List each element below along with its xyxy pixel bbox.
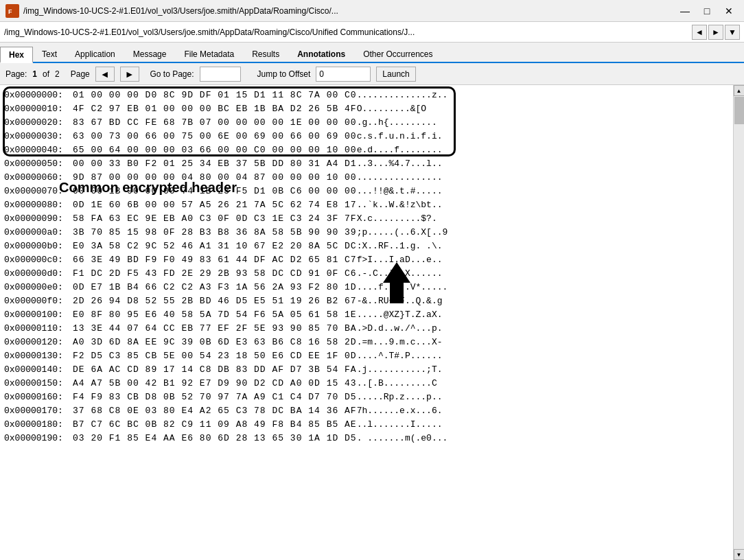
tab-annotations[interactable]: Annotations bbox=[288, 45, 354, 62]
hex-ascii: :X..RF..1.g. .\. bbox=[357, 241, 494, 251]
hex-addr: 0x00000010: bbox=[4, 104, 73, 114]
jump-input[interactable] bbox=[316, 67, 371, 82]
hex-ascii: .g..h{......... bbox=[357, 117, 494, 128]
hex-row: 0x00000030:63 00 73 00 66 00 75 00 6E 00… bbox=[0, 129, 733, 143]
hex-bytes: E0 3A 58 C2 9C 52 46 A1 31 10 67 E2 20 8… bbox=[73, 241, 357, 251]
hex-row: 0x00000120:A0 3D 6D 8A EE 9C 39 0B 6D E3… bbox=[0, 335, 733, 349]
hex-addr: 0x000000d0: bbox=[4, 268, 73, 279]
nav-fwd-button[interactable]: ► bbox=[708, 25, 723, 40]
hex-row: 0x000000e0:0D E7 1B B4 66 C2 C2 A3 F3 1A… bbox=[0, 280, 733, 294]
title-bar: F /img_Windows-10-UCS-2-#1.E01/vol_vol3/… bbox=[0, 0, 744, 22]
address-bar: /img_Windows-10-UCS-2-#1.E01/vol_vol3/Us… bbox=[0, 22, 744, 43]
hex-ascii: ..............z.. bbox=[357, 90, 494, 100]
scroll-up-button[interactable]: ▲ bbox=[734, 85, 745, 96]
hex-row: 0x00000150:A4 A7 5B 00 42 B1 92 E7 D9 90… bbox=[0, 376, 733, 390]
nav-back-button[interactable]: ◄ bbox=[692, 25, 707, 40]
hex-row: 0x00000180:B7 C7 6C BC 0B 82 C9 11 09 A8… bbox=[0, 417, 733, 431]
page-nav-label: Page bbox=[71, 69, 90, 79]
hex-bytes: F1 DC 2D F5 43 FD 2E 29 2B 93 58 DC CD 9… bbox=[73, 268, 357, 279]
hex-row: 0x00000040:65 00 64 00 00 00 03 66 00 00… bbox=[0, 143, 733, 156]
hex-bytes: 63 00 73 00 66 00 75 00 6E 00 69 00 66 0… bbox=[73, 131, 357, 141]
hex-row: 0x00000160:F4 F9 83 CB D8 0B 52 70 97 7A… bbox=[0, 390, 733, 404]
hex-row: 0x00000090:58 FA 63 EC 9E EB A0 C3 0F 0D… bbox=[0, 211, 733, 225]
hex-rows-container: 0x00000000:01 00 00 00 D0 8C 9D DF 01 15… bbox=[0, 88, 733, 445]
hex-row: 0x00000170:37 68 C8 0E 03 80 E4 A2 65 C3… bbox=[0, 404, 733, 417]
tab-text[interactable]: Text bbox=[33, 45, 66, 62]
hex-ascii: ....^.T#.P...... bbox=[357, 351, 494, 361]
content-area: Common encrypted header 0x00000000:01 00… bbox=[0, 85, 744, 560]
app-icon: F bbox=[5, 4, 19, 18]
hex-ascii: ..[.B.........C bbox=[357, 378, 494, 388]
hex-ascii: e.d....f........ bbox=[357, 145, 494, 155]
hex-bytes: A4 A7 5B 00 42 B1 92 E7 D9 90 D2 CD A0 0… bbox=[73, 378, 357, 388]
tab-otheroccurrences[interactable]: Other Occurrences bbox=[354, 45, 441, 62]
hex-bytes: 0D 1E 60 6B 00 00 57 A5 26 21 7A 5C 62 7… bbox=[73, 200, 357, 210]
hex-addr: 0x000000a0: bbox=[4, 227, 73, 237]
hex-row: 0x000000a0:3B 70 85 15 98 0F 28 B3 B8 36… bbox=[0, 225, 733, 239]
hex-row: 0x00000100:E0 8F 80 95 E6 40 58 5A 7D 54… bbox=[0, 307, 733, 321]
hex-ascii: .-.C..)+.X...... bbox=[357, 268, 494, 279]
hex-row: 0x00000050:00 00 33 B0 F2 01 25 34 EB 37… bbox=[0, 156, 733, 170]
hex-ascii: O.........&[O bbox=[357, 104, 494, 114]
hex-bytes: 3B 70 85 15 98 0F 28 B3 B8 36 8A 58 5B 9… bbox=[73, 227, 357, 237]
hex-ascii: .>D.d..w./^...p. bbox=[357, 323, 494, 334]
hex-addr: 0x00000040: bbox=[4, 145, 73, 155]
hex-row: 0x000000d0:F1 DC 2D F5 43 FD 2E 29 2B 93… bbox=[0, 266, 733, 280]
hex-bytes: 00 00 33 B0 F2 01 25 34 EB 37 5B DD 80 3… bbox=[73, 159, 357, 169]
hex-ascii: ....f.....V*..... bbox=[357, 282, 494, 292]
goto-input[interactable] bbox=[200, 67, 241, 82]
tab-filemetadata[interactable]: File Metadata bbox=[175, 45, 243, 62]
hex-ascii: -&..RU+.F..Q.&.g bbox=[357, 296, 494, 306]
hex-row: 0x00000110:13 3E 44 07 64 CC EB 77 EF 2F… bbox=[0, 321, 733, 335]
hex-addr: 0x00000090: bbox=[4, 213, 73, 224]
scroll-down-button[interactable]: ▼ bbox=[734, 549, 745, 560]
page-next-button[interactable]: ► bbox=[120, 67, 139, 82]
hex-bytes: 2D 26 94 D8 52 55 2B BD 46 D5 E5 51 19 2… bbox=[73, 296, 357, 306]
hex-addr: 0x00000170: bbox=[4, 406, 73, 416]
hex-ascii: c.s.f.u.n.i.f.i. bbox=[357, 131, 494, 141]
close-button[interactable]: ✕ bbox=[719, 4, 739, 18]
hex-row: 0x000000b0:E0 3A 58 C2 9C 52 46 A1 31 10… bbox=[0, 239, 733, 253]
page-of: of bbox=[43, 69, 49, 79]
hex-ascii: .j...........;T. bbox=[357, 364, 494, 375]
tab-hex[interactable]: Hex bbox=[0, 47, 33, 63]
toolbar: Page: 1 of 2 Page ◄ ► Go to Page: Jump t… bbox=[0, 63, 744, 85]
hex-row: 0x00000080:0D 1E 60 6B 00 00 57 A5 26 21… bbox=[0, 198, 733, 211]
tab-message[interactable]: Message bbox=[124, 45, 176, 62]
maximize-button[interactable]: □ bbox=[697, 4, 717, 18]
hex-row: 0x000000c0:66 3E 49 BD F9 F0 49 83 61 44… bbox=[0, 253, 733, 266]
page-current: 1 bbox=[32, 69, 37, 79]
hex-ascii: 7h......e.x...6. bbox=[357, 406, 494, 416]
scroll-thumb[interactable] bbox=[734, 97, 744, 124]
nav-arrows: ◄ ► ▼ bbox=[692, 25, 740, 40]
hex-bytes: 13 3E 44 07 64 CC EB 77 EF 2F 5E 93 90 8… bbox=[73, 323, 357, 334]
hex-addr: 0x000000e0: bbox=[4, 282, 73, 292]
hex-view[interactable]: Common encrypted header 0x00000000:01 00… bbox=[0, 85, 733, 560]
hex-bytes: 03 20 F1 85 E4 AA E6 80 6D 28 13 65 30 1… bbox=[73, 433, 357, 443]
scroll-track[interactable] bbox=[734, 96, 744, 549]
nav-down-button[interactable]: ▼ bbox=[725, 25, 740, 40]
tab-results[interactable]: Results bbox=[243, 45, 288, 62]
hex-bytes: F4 F9 83 CB D8 0B 52 70 97 7A A9 C1 C4 D… bbox=[73, 392, 357, 402]
hex-row: 0x00000070:00 00 1B 90 00 00 74 1B 23 F5… bbox=[0, 184, 733, 198]
hex-row: 0x00000020:83 67 BD CC FE 68 7B 07 00 00… bbox=[0, 115, 733, 129]
hex-ascii: ................ bbox=[357, 172, 494, 183]
tab-application[interactable]: Application bbox=[66, 45, 124, 62]
page-prev-button[interactable]: ◄ bbox=[95, 67, 115, 82]
scrollbar[interactable]: ▲ ▼ bbox=[733, 85, 744, 560]
hex-bytes: F2 D5 C3 85 CB 5E 00 54 23 18 50 E6 CD E… bbox=[73, 351, 357, 361]
hex-addr: 0x00000080: bbox=[4, 200, 73, 210]
hex-ascii: .....Rp.z....p.. bbox=[357, 392, 494, 402]
hex-addr: 0x000000f0: bbox=[4, 296, 73, 306]
hex-addr: 0x00000050: bbox=[4, 159, 73, 169]
hex-ascii: ...!!@&.t.#..... bbox=[357, 186, 494, 196]
hex-ascii: .=m...9.m.c...X- bbox=[357, 337, 494, 347]
minimize-button[interactable]: — bbox=[675, 4, 695, 18]
hex-addr: 0x00000070: bbox=[4, 186, 73, 196]
hex-ascii: X.c.........$?. bbox=[357, 213, 494, 224]
hex-addr: 0x00000160: bbox=[4, 392, 73, 402]
hex-ascii: ..`k..W.&!z\bt.. bbox=[357, 200, 494, 210]
hex-addr: 0x00000180: bbox=[4, 419, 73, 430]
launch-button[interactable]: Launch bbox=[376, 67, 415, 82]
hex-row: 0x000000f0:2D 26 94 D8 52 55 2B BD 46 D5… bbox=[0, 294, 733, 307]
